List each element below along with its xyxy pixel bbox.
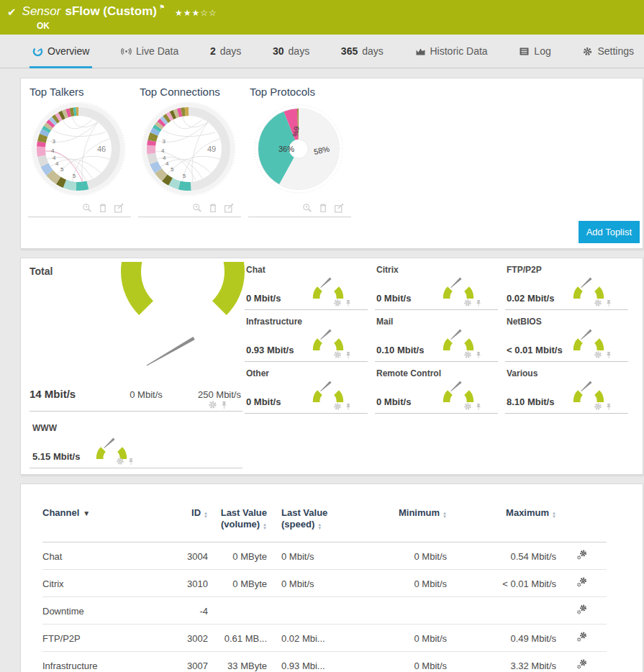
add-toplist-button[interactable]: Add Toplist xyxy=(579,221,640,243)
column-header-channel[interactable]: Channel▼ xyxy=(42,503,165,542)
pin-gauge-icon[interactable] xyxy=(345,351,352,359)
gauge-settings-gear-icon[interactable] xyxy=(594,402,602,411)
toplist-title: Top Protocols xyxy=(250,86,358,98)
svg-text:5: 5 xyxy=(183,173,186,179)
channel-label: Infrastructure xyxy=(246,317,302,327)
gauge-cell-remote-control: Remote Control 0 Mbit/s xyxy=(375,362,498,414)
column-header-last-value-volume[interactable]: Last Value (volume)▲▼ xyxy=(208,503,267,542)
pin-gauge-icon[interactable] xyxy=(605,299,612,307)
tab-log[interactable]: Log xyxy=(519,35,550,68)
column-header-minimum[interactable]: Minimum▲▼ xyxy=(346,503,447,542)
cell-min: 0 Mbit/s xyxy=(346,652,447,672)
gauge-cell-mail: Mail 0.10 Mbit/s xyxy=(375,310,498,362)
cell-max: < 0.01 Mbit/s xyxy=(447,570,556,597)
gauge-cell-www: WWW 5.15 Mbit/s xyxy=(30,420,242,468)
channel-table: Channel▼ ID▲▼ Last Value (volume)▲▼ Last… xyxy=(42,503,607,672)
table-row-chat[interactable]: Chat 3004 0 MByte 0 Mbit/s 0 Mbit/s 0.54… xyxy=(42,542,607,570)
table-row-ftp-p2p[interactable]: FTP/P2P 3002 0.61 MB... 0.02 Mbi... 0 Mb… xyxy=(42,625,607,652)
column-header-id[interactable]: ID▲▼ xyxy=(165,503,208,542)
sort-caret-icon: ▼ xyxy=(83,509,90,517)
channel-value: 0.10 Mbit/s xyxy=(376,345,424,355)
channel-gauge xyxy=(437,263,479,299)
table-row-downtime[interactable]: Downtime -4 xyxy=(42,597,607,625)
cell-max xyxy=(447,597,556,625)
top-protocols-pie-chart[interactable]: 58% 36% 6% xyxy=(248,99,349,199)
tab-365-days[interactable]: 365days xyxy=(341,35,384,68)
column-header-actions xyxy=(556,503,607,542)
pin-gauge-icon[interactable] xyxy=(345,299,352,307)
delete-trash-icon[interactable] xyxy=(318,203,328,213)
pin-gauge-icon[interactable] xyxy=(605,403,612,411)
top-connections-chord-chart[interactable]: 49 3 4 4 4 5 5 xyxy=(138,99,239,199)
gauge-settings-gear-icon[interactable] xyxy=(333,299,342,307)
toplist-title: Top Talkers xyxy=(30,86,137,98)
edit-toplist-icon[interactable] xyxy=(224,203,234,213)
zoom-history-icon[interactable] xyxy=(192,203,202,213)
channel-settings-gears-icon[interactable] xyxy=(576,604,588,616)
channel-settings-gears-icon[interactable] xyxy=(576,549,588,561)
flag-icon[interactable]: ⚑ xyxy=(159,4,165,11)
channel-settings-gears-icon[interactable] xyxy=(576,576,588,589)
toplist-top-talkers: Top Talkers xyxy=(28,83,137,217)
zoom-history-icon[interactable] xyxy=(82,203,92,213)
svg-text:3: 3 xyxy=(53,138,56,145)
cell-id: 3010 xyxy=(165,570,208,597)
toplist-top-protocols: Top Protocols 58% 36% 6% xyxy=(248,83,358,217)
channel-label: Citrix xyxy=(376,265,399,275)
channel-gauge xyxy=(437,314,479,350)
pin-gauge-icon[interactable] xyxy=(605,351,612,359)
settings-gear-icon xyxy=(582,46,593,57)
tab-historic-data[interactable]: Historic Data xyxy=(415,35,488,68)
channel-settings-gears-icon[interactable] xyxy=(576,658,588,671)
gauge-settings-gear-icon[interactable] xyxy=(463,299,472,307)
overview-gauge-icon xyxy=(32,46,43,57)
sensor-tab-bar: Overview Live Data 2days 30days 365days … xyxy=(0,35,644,68)
cell-speed: 0.02 Mbi... xyxy=(267,625,346,652)
sort-arrows-icon: ▲▼ xyxy=(552,512,556,519)
cell-speed: 0 Mbit/s xyxy=(267,542,346,570)
channel-settings-gears-icon[interactable] xyxy=(576,631,588,643)
pin-gauge-icon[interactable] xyxy=(220,401,228,409)
pin-gauge-icon[interactable] xyxy=(475,403,482,411)
top-talkers-chord-chart[interactable]: 46 3 4 4 4 5 5 xyxy=(28,99,129,199)
edit-toplist-icon[interactable] xyxy=(334,203,344,213)
gauge-settings-gear-icon[interactable] xyxy=(208,400,217,409)
column-header-last-value-speed[interactable]: Last Value (speed)▲▼ xyxy=(267,503,346,542)
tab-overview[interactable]: Overview xyxy=(32,35,89,68)
tab-30-days[interactable]: 30days xyxy=(273,35,309,68)
svg-text:4: 4 xyxy=(55,160,59,167)
channel-gauge xyxy=(437,366,479,402)
pin-gauge-icon[interactable] xyxy=(127,458,135,466)
gauge-settings-gear-icon[interactable] xyxy=(333,350,342,359)
zoom-history-icon[interactable] xyxy=(302,203,312,213)
delete-trash-icon[interactable] xyxy=(98,203,108,213)
channel-label: Remote Control xyxy=(376,368,441,378)
edit-toplist-icon[interactable] xyxy=(114,203,124,213)
channel-gauge-grid: Chat 0 Mbit/s Citrix 0 Mbit/s FTP/P2P 0. xyxy=(245,258,635,414)
tab-live-data[interactable]: Live Data xyxy=(121,35,178,68)
table-row-citrix[interactable]: Citrix 3010 0 MByte 0 Mbit/s 0 Mbit/s < … xyxy=(42,570,607,597)
channel-gauge xyxy=(91,423,132,459)
gauge-settings-gear-icon[interactable] xyxy=(463,402,472,411)
gauge-settings-gear-icon[interactable] xyxy=(333,402,342,411)
gauge-settings-gear-icon[interactable] xyxy=(594,299,602,307)
toplist-toolbar xyxy=(248,202,351,217)
pin-gauge-icon[interactable] xyxy=(345,403,352,411)
channel-gauge xyxy=(307,366,349,402)
tab-settings[interactable]: Settings xyxy=(582,35,634,68)
gauge-settings-gear-icon[interactable] xyxy=(463,350,472,359)
gauge-settings-gear-icon[interactable] xyxy=(116,457,124,466)
tab-2-days[interactable]: 2days xyxy=(210,35,241,68)
column-header-maximum[interactable]: Maximum▲▼ xyxy=(447,503,556,542)
channel-label: FTP/P2P xyxy=(507,265,542,275)
delete-trash-icon[interactable] xyxy=(208,203,218,213)
pin-gauge-icon[interactable] xyxy=(475,299,482,307)
pin-gauge-icon[interactable] xyxy=(475,351,482,359)
cell-id: 3007 xyxy=(165,652,208,672)
channel-label: Chat xyxy=(246,265,266,275)
gauge-settings-gear-icon[interactable] xyxy=(594,350,602,359)
priority-stars[interactable]: ★★★☆☆ xyxy=(175,5,217,21)
table-row-infrastructure[interactable]: Infrastructure 3007 33 MByte 0.93 Mbi...… xyxy=(42,652,607,672)
cell-speed: 0 Mbit/s xyxy=(267,570,346,597)
sensor-name: sFlow (Custom) xyxy=(65,4,157,19)
